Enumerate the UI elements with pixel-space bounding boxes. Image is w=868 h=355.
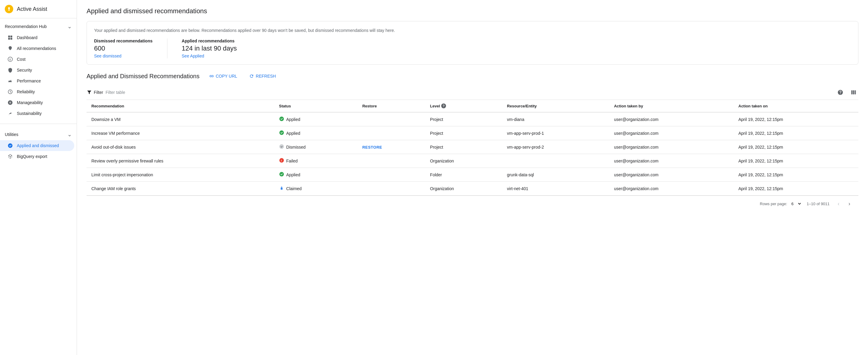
cell-resource: virt-net-401 [502, 182, 609, 196]
filter-icon [87, 90, 92, 95]
cell-action-on: April 19, 2022, 12:15pm [734, 182, 858, 196]
filter-row: Filter Filter table [87, 85, 858, 100]
cell-resource: grunk-data-sql [502, 168, 609, 182]
sidebar-item-dashboard-label: Dashboard [17, 35, 37, 40]
sidebar-item-manageability[interactable]: Manageability [0, 97, 74, 108]
info-card-text: Your applied and dismissed recommendatio… [94, 27, 851, 34]
cell-level: Project [425, 140, 502, 154]
see-dismissed-link[interactable]: See dismissed [94, 54, 121, 58]
columns-button[interactable] [849, 88, 858, 97]
sidebar-item-cost[interactable]: $ Cost [0, 54, 74, 65]
table-row: Limit cross-project impersonation Applie… [87, 168, 858, 182]
sidebar-item-applied-dismissed[interactable]: Applied and dismissed [0, 140, 74, 151]
sidebar-item-security[interactable]: Security [0, 65, 74, 76]
cell-resource: vm-app-serv-prod-2 [502, 140, 609, 154]
bigquery-icon [7, 153, 13, 159]
cell-status: Claimed [274, 182, 358, 196]
col-restore: Restore [358, 100, 425, 112]
filter-left: Filter Filter table [87, 90, 125, 95]
sidebar-item-reliability[interactable]: Reliability [0, 86, 74, 97]
utilities-section: Utilities ⌄ Applied and dismissed BigQue… [0, 126, 76, 164]
filter-button[interactable]: Filter [87, 90, 103, 95]
svg-point-10 [8, 144, 12, 148]
copy-url-button[interactable]: COPY URL [207, 72, 240, 80]
stats-row: Dismissed recommendations 600 See dismis… [94, 38, 851, 58]
dismissed-count: 600 [94, 45, 153, 52]
svg-point-21 [282, 189, 282, 189]
sidebar-item-sustainability[interactable]: Sustainability [0, 108, 74, 119]
cell-recommendation: Increase VM performance [87, 126, 274, 140]
stat-divider [167, 38, 167, 58]
sidebar-item-bigquery-label: BigQuery export [17, 154, 47, 159]
sidebar-item-reliability-label: Reliability [17, 89, 35, 94]
chevron-down-icon-2: ⌄ [67, 131, 72, 138]
cell-level: Project [425, 112, 502, 126]
cell-restore[interactable]: RESTORE [358, 140, 425, 154]
svg-point-19 [280, 172, 284, 177]
col-action-on: Action taken on [734, 100, 858, 112]
svg-rect-3 [8, 35, 10, 37]
applied-count: 124 in last 90 days [182, 45, 237, 52]
columns-icon [850, 89, 857, 95]
table-row: Increase VM performance Applied Project … [87, 126, 858, 140]
utilities-header[interactable]: Utilities ⌄ [0, 129, 76, 140]
link-icon [209, 74, 214, 79]
cell-status: Dismissed [274, 140, 358, 154]
pagination-range: 1–10 of 9011 [807, 202, 830, 206]
help-button[interactable] [836, 88, 845, 97]
see-applied-link[interactable]: See Applied [182, 54, 205, 58]
status-icon [279, 130, 284, 136]
pagination-nav: ‹ › [834, 200, 854, 208]
cell-status: Applied [274, 126, 358, 140]
dashboard-icon [7, 35, 13, 40]
sidebar-item-performance[interactable]: Performance [0, 76, 74, 86]
sidebar-item-bigquery-export[interactable]: BigQuery export [0, 151, 74, 162]
pagination-row: Rows per page: 6 10 25 1–10 of 9011 ‹ › [87, 196, 858, 211]
status-icon [279, 116, 284, 122]
svg-text:$: $ [9, 58, 11, 61]
svg-rect-5 [8, 38, 10, 40]
cell-restore [358, 168, 425, 182]
status-text: Applied [286, 131, 300, 136]
cell-action-on: April 19, 2022, 12:15pm [734, 154, 858, 168]
cell-resource: vm-diana [502, 112, 609, 126]
rows-per-page-select[interactable]: 6 10 25 [789, 201, 802, 207]
recommendation-hub-header[interactable]: Recommendation Hub ⌄ [0, 21, 76, 32]
cell-resource: vm-app-serv-prod-1 [502, 126, 609, 140]
svg-point-15 [280, 130, 284, 135]
sidebar-item-dashboard[interactable]: Dashboard [0, 32, 74, 43]
restore-button[interactable]: RESTORE [362, 145, 382, 150]
sidebar-item-performance-label: Performance [17, 79, 41, 83]
svg-text:!: ! [281, 159, 282, 162]
col-action-by: Action taken by [609, 100, 734, 112]
status-text: Failed [286, 158, 298, 164]
performance-icon [7, 78, 13, 84]
sidebar-item-security-label: Security [17, 68, 32, 72]
next-page-button[interactable]: › [845, 200, 854, 208]
cell-action-by: user@organization.com [609, 182, 734, 196]
security-icon [7, 67, 13, 73]
col-resource: Resource/Entity [502, 100, 609, 112]
sidebar-item-all-recs-label: All recommendations [17, 46, 56, 51]
col-recommendation: Recommendation [87, 100, 274, 112]
refresh-button[interactable]: REFRESH [247, 72, 278, 80]
refresh-icon [249, 74, 254, 79]
cell-status: ! Failed [274, 154, 358, 168]
cost-icon: $ [7, 56, 13, 62]
table-section-title: Applied and Dismissed Recommendations [87, 73, 199, 80]
cell-action-on: April 19, 2022, 12:15pm [734, 168, 858, 182]
chevron-down-icon: ⌄ [67, 23, 72, 30]
sidebar-item-all-recommendations[interactable]: All recommendations [0, 43, 74, 54]
status-icon: ! [279, 158, 284, 164]
table-row: Change IAM role grants Claimed Organizat… [87, 182, 858, 196]
cell-action-by: user@organization.com [609, 168, 734, 182]
sidebar-item-cost-label: Cost [17, 57, 26, 62]
recommendation-hub-section: Recommendation Hub ⌄ Dashboard All recom… [0, 18, 76, 121]
prev-page-button[interactable]: ‹ [834, 200, 843, 208]
lightbulb-icon [7, 46, 13, 52]
sidebar-divider [0, 124, 76, 124]
level-help-icon[interactable]: ? [441, 103, 446, 108]
table-header-row: Recommendation Status Restore Level ? [87, 100, 858, 112]
svg-rect-11 [851, 90, 853, 94]
recommendations-table: Recommendation Status Restore Level ? [87, 100, 858, 196]
